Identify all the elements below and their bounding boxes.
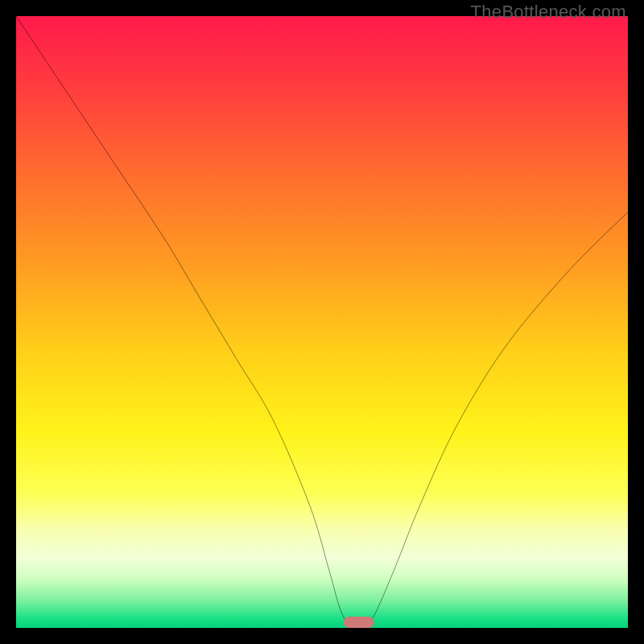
- minimum-marker: [344, 617, 374, 628]
- chart-frame: TheBottleneck.com: [0, 0, 644, 644]
- bottleneck-curve: [16, 16, 628, 628]
- watermark-text: TheBottleneck.com: [471, 2, 626, 23]
- plot-area: [16, 16, 628, 628]
